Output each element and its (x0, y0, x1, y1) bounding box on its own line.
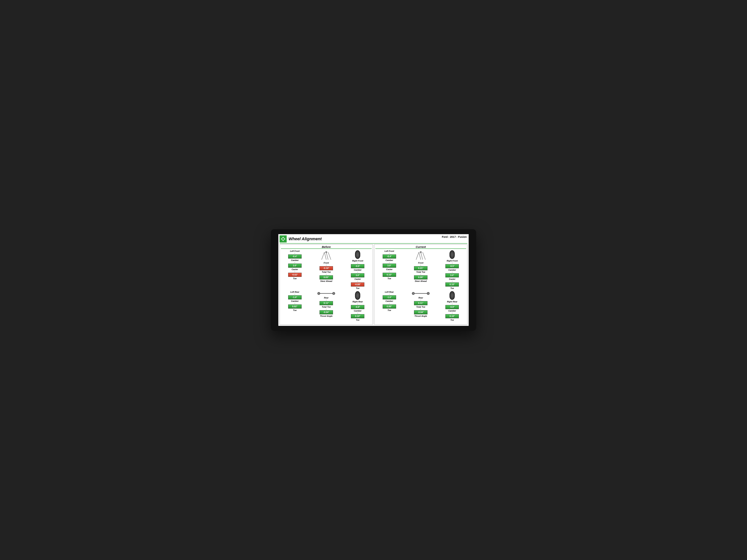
steer-ahead-label: Steer Ahead (320, 280, 332, 282)
suspension-icon (414, 250, 427, 261)
total-toe-value: 0.11° (319, 301, 333, 305)
toe-label: Toe (387, 309, 391, 311)
pos-label: Right Front (352, 260, 363, 262)
toe-label: Toe (450, 287, 454, 289)
arrow-down-icon: ↓ (326, 299, 327, 301)
total-toe-label: Total Toe (416, 271, 425, 273)
before-left-rear[interactable]: Left Rear ↓ -1.0° Camber ↓ 0.02° Toe (281, 291, 309, 321)
caster-label: Caster (386, 268, 392, 270)
total-toe-label: Total Toe (322, 306, 331, 308)
arrow-down-icon: ↓ (389, 271, 390, 272)
arrow-down-icon: ↓ (452, 281, 453, 282)
toe-value: -0.08° (351, 283, 364, 287)
panel-before: Before Left Front ↓ -0.4° Camber ↓ 3.0° … (280, 244, 373, 325)
current-front-row: Left Front ↓ -0.4° Camber ↓ 3.0° Caster … (376, 250, 466, 289)
camber-label: Camber (291, 300, 299, 302)
before-left-front[interactable]: Left Front ↓ -0.4° Camber ↓ 3.0° Caster … (281, 250, 309, 289)
camber-value: -0.4° (288, 255, 302, 259)
arrow-down-icon: ↓ (452, 303, 453, 304)
current-right-rear[interactable]: Right Rear ↓ -0.9° Camber ↓ 0.10° Toe (438, 291, 466, 321)
toe-value: 0.10° (351, 314, 364, 318)
page-title: Wheel Alignment (288, 237, 322, 241)
tire-icon (355, 250, 360, 259)
arrow-down-icon: ↓ (389, 262, 390, 263)
front-label: Front (418, 262, 423, 264)
camber-label: Camber (385, 300, 393, 302)
before-right-front[interactable]: Right Front ↓ -0.5° Camber ↓ 3.0° Caster… (344, 250, 371, 289)
arrow-down-icon: ↓ (294, 302, 295, 304)
arrow-down-icon: ↓ (294, 252, 295, 254)
camber-label: Camber (354, 310, 362, 312)
thrust-angle-value: -0.04° (414, 310, 428, 314)
toe-value: 0.10° (445, 314, 459, 318)
camber-label: Camber (385, 259, 393, 261)
axle-icon (317, 291, 336, 296)
arrow-down-icon: ↓ (357, 262, 358, 264)
rear-label: Rear (418, 297, 423, 299)
rear-label: Rear (324, 297, 329, 299)
camber-value: -0.4° (383, 255, 396, 259)
current-left-rear[interactable]: Left Rear ↓ -1.0° Camber ↓ 0.00° Toe (376, 291, 403, 321)
toe-label: Toe (356, 287, 360, 289)
caster-label: Caster (292, 268, 298, 270)
arrow-down-icon: ↓ (389, 302, 390, 304)
arrow-down-icon: ↓ (326, 264, 327, 266)
arrow-down-icon: ↓ (452, 262, 453, 264)
panel-current-title: Current (376, 245, 466, 249)
panel-current: Current Left Front ↓ -0.4° Camber ↓ 3.0°… (374, 244, 467, 325)
toe-value: -0.02° (288, 273, 302, 277)
axle-icon (411, 291, 430, 296)
pos-label: Left Rear (290, 291, 299, 293)
arrow-down-icon: ↓ (357, 271, 358, 273)
suspension-icon (320, 250, 333, 261)
app-screen: Ford : 2017 : Fusion Wheel Alignment Bef… (278, 234, 469, 326)
total-toe-value: 0.11° (414, 301, 428, 305)
toe-label: Toe (293, 277, 297, 279)
pos-label: Right Front (447, 260, 458, 262)
camber-value: -1.0° (288, 295, 302, 299)
thrust-angle-label: Thrust Angle (320, 315, 332, 317)
toe-value: 0.10° (445, 283, 459, 287)
total-toe-value: 0.21° (414, 266, 428, 270)
current-rear-center: Rear ↓ 0.11° Total Toe ↓ -0.04° Thrust A… (404, 291, 437, 321)
before-right-rear[interactable]: Right Rear ↓ -0.9° Camber ↓ 0.10° Toe (344, 291, 371, 321)
current-left-front[interactable]: Left Front ↓ -0.4° Camber ↓ 3.0° Caster … (376, 250, 403, 289)
before-front-row: Left Front ↓ -0.4° Camber ↓ 3.0° Caster … (281, 250, 371, 289)
tire-icon (449, 250, 455, 259)
arrow-down-icon: ↓ (294, 293, 295, 295)
camber-value: -1.0° (383, 295, 396, 299)
camber-value: -0.5° (445, 264, 459, 268)
caster-label: Caster (355, 278, 361, 280)
arrow-down-icon: ↓ (326, 273, 327, 275)
arrow-down-icon: ↓ (294, 271, 295, 272)
current-right-front[interactable]: Right Front ↓ -0.5° Camber ↓ 3.0° Caster… (438, 250, 466, 289)
svg-point-1 (326, 251, 327, 253)
camber-label: Camber (448, 269, 456, 271)
camber-value: -0.9° (351, 305, 364, 309)
arrow-down-icon: ↓ (389, 252, 390, 254)
svg-point-5 (420, 251, 421, 253)
current-rear-row: Left Rear ↓ -1.0° Camber ↓ 0.00° Toe Rea… (376, 291, 466, 321)
steer-ahead-value: 0.03° (319, 275, 333, 279)
arrow-down-icon: ↓ (420, 264, 421, 266)
camber-label: Camber (448, 310, 456, 312)
pos-label: Left Rear (385, 291, 394, 293)
steer-ahead-label: Steer Ahead (415, 280, 427, 282)
before-rear-center: Rear ↓ 0.11° Total Toe ↓ -0.04° Thrust A… (309, 291, 343, 321)
arrow-down-icon: ↓ (420, 299, 421, 301)
caster-value: 3.0° (351, 273, 364, 277)
svg-point-3 (318, 292, 320, 295)
title-bar: Wheel Alignment (280, 235, 467, 244)
camber-value: -0.5° (351, 264, 364, 268)
svg-point-0 (282, 238, 284, 240)
caster-value: 3.0° (288, 264, 302, 268)
arrow-down-icon: ↓ (357, 281, 358, 282)
arrow-down-icon: ↓ (326, 309, 327, 310)
pos-label: Left Front (385, 250, 394, 252)
toe-value: 0.02° (288, 304, 302, 309)
before-rear-row: Left Rear ↓ -1.0° Camber ↓ 0.02° Toe Rea… (281, 291, 371, 321)
tire-icon (449, 291, 455, 300)
camber-label: Camber (354, 269, 362, 271)
toe-label: Toe (293, 309, 297, 311)
caster-value: 3.0° (445, 273, 459, 277)
